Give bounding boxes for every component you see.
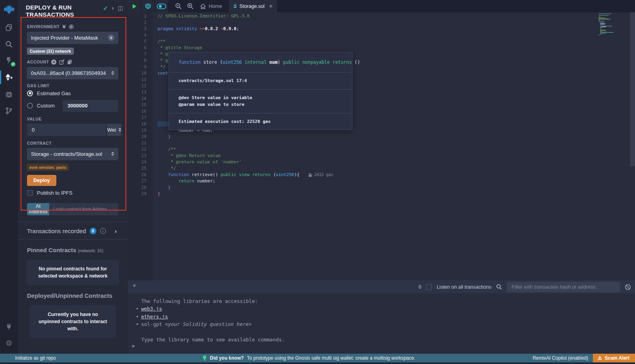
plug-icon: [62, 24, 66, 29]
panel-expand-icon[interactable]: ›: [112, 5, 114, 11]
listen-all-label: Listen on all transactions: [437, 284, 491, 290]
terminal-text-line: •sol-gpt <your Solidity question here>: [133, 320, 635, 328]
code-line[interactable]: 25 */: [128, 165, 591, 172]
create-account-icon[interactable]: +: [51, 59, 56, 65]
terminal-prompt[interactable]: >: [132, 342, 135, 350]
did-you-know-text: To prototype using the Gnosis safe multi…: [247, 355, 415, 361]
listen-all-checkbox[interactable]: [426, 284, 432, 290]
publish-ipfs-row[interactable]: Publish to IPFS: [27, 190, 118, 196]
environment-label: ENVIRONMENT i: [27, 24, 118, 29]
environment-info-icon[interactable]: i: [69, 24, 74, 29]
pin-panel-icon[interactable]: ◫: [118, 5, 123, 11]
run-script-button[interactable]: [128, 0, 141, 12]
home-tab[interactable]: Home: [196, 0, 228, 12]
gas-estimate-widget: 2415 gas: [308, 172, 333, 178]
code-line[interactable]: 6 * @title Storage: [128, 45, 591, 51]
copilot-status[interactable]: RemixAI Copilot (enabled): [533, 355, 588, 361]
transactions-info-icon[interactable]: i: [100, 228, 106, 234]
terminal-tx-count: 0: [418, 284, 421, 290]
value-input[interactable]: [27, 124, 106, 136]
network-badge: Custom (31) network: [27, 48, 74, 55]
plugin-manager-icon[interactable]: [0, 318, 18, 335]
transactions-expand-icon[interactable]: ›: [115, 228, 118, 234]
solidity-compiler-icon[interactable]: ✓: [0, 52, 18, 69]
clear-terminal-icon[interactable]: [625, 284, 631, 290]
value-unit-select[interactable]: Wei: [107, 124, 121, 136]
pinned-network-subtitle: (network: 31): [78, 248, 103, 253]
pinned-empty-message: No pinned contracts found for selected w…: [27, 260, 119, 285]
search-icon[interactable]: [0, 36, 18, 52]
estimated-gas-option[interactable]: Estimated Gas: [27, 90, 118, 96]
terminal-library-link-line[interactable]: •web3.js: [133, 305, 635, 312]
transactions-recorded-row[interactable]: Transactions recorded 0 i ›: [18, 222, 128, 239]
code-line[interactable]: 2: [128, 19, 591, 26]
environment-select[interactable]: Injected Provider - MetaMask: [27, 32, 118, 44]
terminal-link[interactable]: ethers.js: [141, 314, 168, 320]
at-address-input[interactable]: [49, 203, 118, 215]
terminal-collapse-icon[interactable]: »: [132, 284, 138, 290]
copy-account-icon[interactable]: [67, 59, 72, 65]
terminal-output[interactable]: The following libraries are accessible:•…: [128, 293, 635, 354]
contract-select[interactable]: Storage - contracts/Storage.sol: [27, 148, 118, 160]
estimated-gas-radio[interactable]: [27, 90, 33, 96]
terminal-toolbar: » 0 Listen on all transactions: [128, 280, 635, 293]
tooltip-execution-cost: Estimated execution cost: 22520 gas: [179, 118, 343, 125]
terminal-text-line: Type the library name to see available c…: [133, 336, 635, 343]
publish-ipfs-checkbox[interactable]: [27, 190, 33, 196]
terminal-search-icon[interactable]: [496, 284, 502, 290]
solidity-file-icon: S: [233, 4, 237, 9]
editor-scrollbar[interactable]: [630, 12, 635, 166]
minimap[interactable]: [598, 13, 629, 41]
icon-rail: ✓ ⚙: [0, 0, 18, 354]
custom-gas-input[interactable]: [63, 100, 118, 112]
code-line[interactable]: 1// SPDX-License-Identifier: GPL-3.0: [128, 13, 591, 19]
code-line[interactable]: 3pragma solidity >=0.8.2 <0.9.0;: [128, 26, 591, 32]
terminal-link[interactable]: web3.js: [141, 306, 162, 312]
zoom-out-button[interactable]: [172, 0, 184, 12]
code-line[interactable]: 22 /**: [128, 146, 591, 153]
deploy-button[interactable]: Deploy: [27, 175, 56, 186]
deploy-run-icon[interactable]: [0, 69, 18, 86]
zoom-in-button[interactable]: [184, 0, 196, 12]
remixai-copilot-toggle[interactable]: [155, 0, 168, 12]
tooltip-dev-doc: @dev Store value in variable: [179, 94, 343, 102]
scam-alert-button[interactable]: ⚠ Scam Alert: [593, 354, 635, 362]
code-line[interactable]: 23 * @dev Return value: [128, 153, 591, 159]
code-editor[interactable]: 1// SPDX-License-Identifier: GPL-3.023pr…: [128, 12, 635, 280]
lightbulb-icon: [202, 355, 207, 361]
home-icon: [200, 4, 206, 9]
git-init-status[interactable]: Initialize as git repo: [0, 355, 56, 361]
file-tab-storage-sol[interactable]: S Storage.sol ✕: [228, 0, 277, 12]
code-line[interactable]: 29}: [128, 191, 591, 197]
terminal-library-link-line[interactable]: •ethers.js: [133, 313, 635, 320]
terminal-filter-input[interactable]: [507, 282, 620, 292]
zoom-in-icon: [187, 3, 194, 10]
terminal-text-line: [133, 328, 635, 336]
remixai-assistant-button[interactable]: [141, 0, 155, 12]
compile-success-badge: ✓: [11, 62, 15, 67]
code-line[interactable]: 21: [128, 140, 591, 146]
code-line[interactable]: 5/**: [128, 38, 591, 45]
settings-icon[interactable]: ⚙: [0, 335, 18, 351]
remix-logo-icon[interactable]: [0, 0, 18, 19]
terminal-lines: The following libraries are accessible:•…: [133, 297, 635, 343]
custom-gas-radio[interactable]: [27, 103, 33, 109]
code-line[interactable]: 26 function retrieve() public view retur…: [128, 172, 591, 178]
file-explorer-icon[interactable]: [0, 19, 18, 36]
code-line[interactable]: 28 }: [128, 184, 591, 191]
code-line[interactable]: 27 return number;: [128, 178, 591, 184]
code-line[interactable]: 24 * @return value of 'number': [128, 159, 591, 165]
evm-version-badge: evm version: paris: [27, 164, 69, 171]
git-icon[interactable]: [0, 102, 18, 119]
tooltip-function-signature: function store (uint256 internal num) pu…: [179, 59, 343, 65]
warning-icon: ⚠: [598, 355, 602, 361]
custom-gas-option[interactable]: Custom: [27, 100, 118, 112]
close-tab-icon[interactable]: ✕: [269, 4, 273, 9]
at-address-button[interactable]: At Address: [27, 203, 49, 215]
debugger-icon[interactable]: [0, 86, 18, 102]
panel-check-icon: ✓: [103, 5, 108, 12]
account-select[interactable]: 0xA03...85ac4 (0.398673504934: [27, 67, 118, 79]
code-line[interactable]: 4: [128, 32, 591, 38]
code-line[interactable]: 20 }: [128, 134, 591, 140]
sign-message-icon[interactable]: [59, 59, 64, 65]
